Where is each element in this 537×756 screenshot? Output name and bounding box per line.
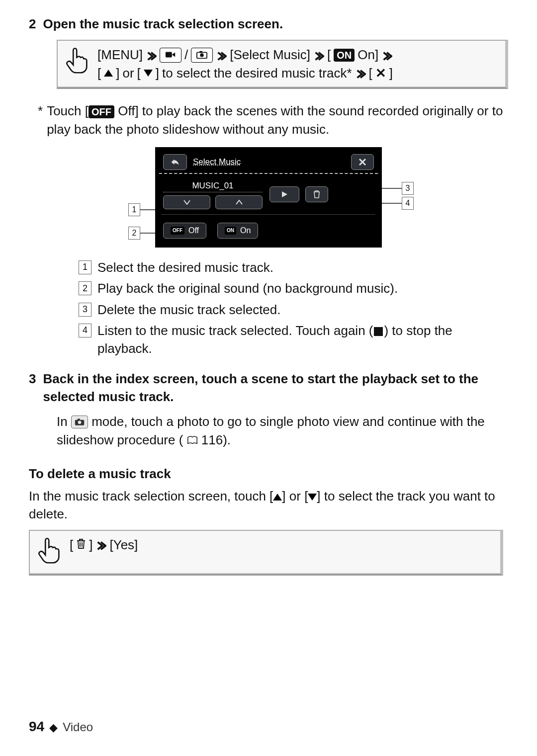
triangle-down-icon <box>144 70 153 77</box>
photo-tab-button <box>191 48 213 63</box>
touch-hand-icon <box>36 536 64 568</box>
chevron-icon <box>95 536 106 554</box>
callout-4: 4 <box>377 197 414 210</box>
stop-icon <box>374 327 383 336</box>
svg-point-5 <box>78 421 82 424</box>
callout-legend: 1 Select the desired music track. 2 Play… <box>79 258 508 358</box>
updown-or: or <box>122 64 134 82</box>
close-x-icon: ✕ <box>375 64 386 82</box>
page-number: 94 <box>29 717 44 736</box>
page-footer: 94 ◆ Video <box>29 717 93 736</box>
screenshot-wrap: 1 2 3 4 Select Music <box>29 147 508 248</box>
legend-row-3: 3 Delete the music track selected. <box>79 301 508 319</box>
footer-section: Video <box>63 719 93 736</box>
triangle-up-icon <box>273 494 282 501</box>
select-music-label: [Select Music] <box>230 46 310 64</box>
yes-label: [Yes] <box>109 536 138 554</box>
ss-up-button[interactable] <box>215 195 263 209</box>
off-badge: OFF <box>89 105 114 118</box>
manual-ref-icon <box>187 432 198 450</box>
legend-row-1: 1 Select the desired music track. <box>79 258 508 276</box>
triangle-up-icon <box>104 70 113 77</box>
ss-bottom-row: OFF Off ON On <box>159 215 378 242</box>
step-3-number: 3 <box>29 370 36 406</box>
step-2-number: 2 <box>29 15 36 33</box>
footer-separator: ◆ <box>49 720 58 736</box>
step-2-heading: Open the music track selection screen. <box>43 15 283 33</box>
touch-sequence-lines: [MENU] / [Select Music] [ ON On] [] <box>97 46 497 82</box>
chevron-icon <box>216 46 227 64</box>
ss-track-cell: MUSIC_01 <box>163 180 263 209</box>
ss-delete-button[interactable] <box>305 186 328 202</box>
ss-close-button[interactable] <box>351 154 374 170</box>
chevron-icon <box>355 64 366 82</box>
step-2-heading-row: 2 Open the music track selection screen. <box>29 15 508 33</box>
ss-track-row: MUSIC_01 <box>159 174 378 211</box>
ss-play-button[interactable] <box>269 186 299 202</box>
svg-rect-3 <box>200 51 203 53</box>
page: 2 Open the music track selection screen.… <box>0 0 537 756</box>
footnote-text: Touch [OFF Off] to play back the scenes … <box>47 102 508 138</box>
updown-suffix: to select the desired music track* <box>162 64 352 82</box>
on-bracket-close: On] <box>358 46 378 64</box>
menu-label: [MENU] <box>97 46 143 64</box>
callout-3: 3 <box>377 182 414 195</box>
camcorder-icon <box>165 46 176 64</box>
footnote-asterisk: * <box>38 102 43 138</box>
chevron-icon <box>381 46 392 64</box>
touch-sequence-box-1: [MENU] / [Select Music] [ ON On] [] <box>57 40 508 89</box>
delete-heading: To delete a music track <box>29 465 508 483</box>
triangle-down-icon <box>308 494 317 501</box>
touch-hand-icon <box>64 46 91 78</box>
slash-text: / <box>184 46 188 64</box>
ss-title-row: Select Music <box>159 151 378 174</box>
device-screenshot: Select Music MUSIC_01 <box>155 147 382 248</box>
ss-track-name: MUSIC_01 <box>163 180 263 192</box>
touch-sequence-box-2: [ ] [Yes] <box>29 530 503 575</box>
video-tab-button <box>160 48 181 63</box>
svg-rect-0 <box>166 52 172 58</box>
svg-rect-6 <box>78 419 80 420</box>
step-3-heading: Back in the index screen, touch a scene … <box>43 370 508 406</box>
camera-icon <box>196 46 207 64</box>
photo-mode-badge <box>71 416 88 428</box>
step-3-para: In mode, touch a photo to go to single p… <box>57 413 508 450</box>
touch-sequence-lines-2: [ ] [Yes] <box>70 536 492 554</box>
svg-point-2 <box>200 54 204 57</box>
ss-back-button[interactable] <box>163 154 187 170</box>
chevron-icon <box>313 46 324 64</box>
ss-off-button[interactable]: OFF Off <box>163 223 206 239</box>
ss-down-button[interactable] <box>163 195 210 209</box>
legend-row-4: 4 Listen to the music track selected. To… <box>79 322 508 358</box>
trash-icon <box>76 536 86 554</box>
on-badge: ON <box>334 49 355 62</box>
footnote-off: * Touch [OFF Off] to play back the scene… <box>38 102 508 138</box>
ss-title: Select Music <box>193 156 345 168</box>
chevron-icon <box>146 46 157 64</box>
ss-on-button[interactable]: ON On <box>217 223 258 239</box>
delete-para: In the music track selection screen, tou… <box>29 487 508 523</box>
step-3-heading-row: 3 Back in the index screen, touch a scen… <box>29 370 508 406</box>
legend-row-2: 2 Play back the original sound (no backg… <box>79 279 508 297</box>
